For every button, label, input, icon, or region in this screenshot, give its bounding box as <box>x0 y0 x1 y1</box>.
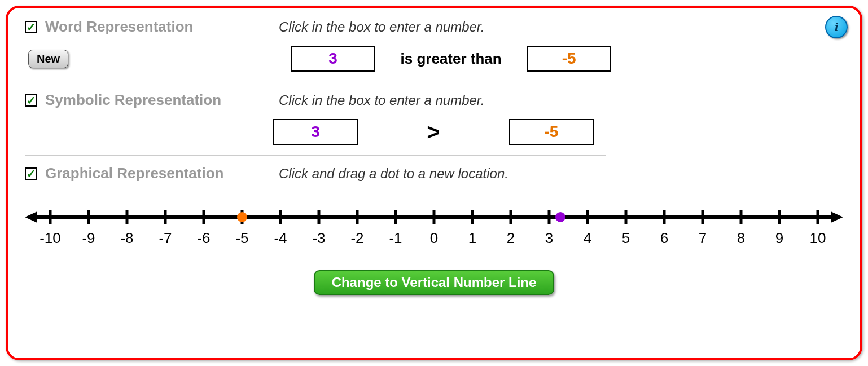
graphical-section-hint: Click and drag a dot to a new location. <box>279 166 508 182</box>
tick-label: -1 <box>389 230 402 247</box>
number-line-axis <box>25 205 843 227</box>
number-line-dot-orange[interactable] <box>237 212 247 222</box>
tick-label: 0 <box>430 230 438 247</box>
graphical-section-title: Graphical Representation <box>45 165 271 182</box>
symbolic-section-title: Symbolic Representation <box>45 91 271 109</box>
word-checkbox[interactable]: ✓ <box>25 21 37 33</box>
symbolic-comparison-symbol: > <box>371 120 496 145</box>
tick-label: 3 <box>545 230 553 247</box>
tick-label: 10 <box>810 230 826 247</box>
word-right-input[interactable]: -5 <box>527 46 611 72</box>
tick-label: -3 <box>312 230 325 247</box>
check-icon: ✓ <box>27 21 36 33</box>
word-row: New 3 is greater than -5 <box>25 46 843 72</box>
tick-label: -6 <box>197 230 210 247</box>
word-section-title: Word Representation <box>45 18 271 36</box>
info-button[interactable]: i <box>825 16 848 38</box>
tick-label: 9 <box>775 230 783 247</box>
tick-label: -10 <box>40 230 61 247</box>
tick-label: 4 <box>584 230 591 247</box>
word-section-header: ✓ Word Representation Click in the box t… <box>25 18 843 36</box>
new-button[interactable]: New <box>28 50 68 68</box>
divider-1 <box>25 82 606 82</box>
tick-label: -4 <box>274 230 287 247</box>
symbolic-left-input[interactable]: 3 <box>273 119 358 145</box>
main-panel: i ✓ Word Representation Click in the box… <box>6 6 862 360</box>
check-icon: ✓ <box>27 168 36 179</box>
svg-marker-2 <box>831 211 843 223</box>
graphical-section-header: ✓ Graphical Representation Click and dra… <box>25 165 843 182</box>
symbolic-section-header: ✓ Symbolic Representation Click in the b… <box>25 91 843 109</box>
tick-label: -8 <box>120 230 133 247</box>
tick-label: 6 <box>660 230 668 247</box>
tick-label: 7 <box>699 230 707 247</box>
info-icon: i <box>835 20 838 34</box>
word-comparison-text: is greater than <box>389 50 513 68</box>
symbolic-section-hint: Click in the box to enter a number. <box>279 92 485 108</box>
change-orientation-button[interactable]: Change to Vertical Number Line <box>314 270 555 295</box>
tick-label: 5 <box>622 230 630 247</box>
number-line-dot-purple[interactable] <box>555 212 565 222</box>
symbolic-row: 3 > -5 <box>25 119 843 145</box>
tick-label: -7 <box>159 230 172 247</box>
word-section-hint: Click in the box to enter a number. <box>279 19 485 35</box>
number-line: -10-9-8-7-6-5-4-3-2-1012345678910 <box>25 205 843 255</box>
symbolic-right-input[interactable]: -5 <box>509 119 594 145</box>
symbolic-checkbox[interactable]: ✓ <box>25 94 37 107</box>
check-icon: ✓ <box>27 95 36 106</box>
tick-label: 8 <box>737 230 745 247</box>
svg-marker-1 <box>25 211 37 223</box>
graphical-checkbox[interactable]: ✓ <box>25 167 37 180</box>
tick-label: -5 <box>235 230 248 247</box>
tick-label: 1 <box>468 230 476 247</box>
tick-label: 2 <box>507 230 515 247</box>
divider-2 <box>25 155 606 156</box>
tick-label: -9 <box>82 230 95 247</box>
word-left-input[interactable]: 3 <box>291 46 375 72</box>
tick-label: -2 <box>350 230 363 247</box>
